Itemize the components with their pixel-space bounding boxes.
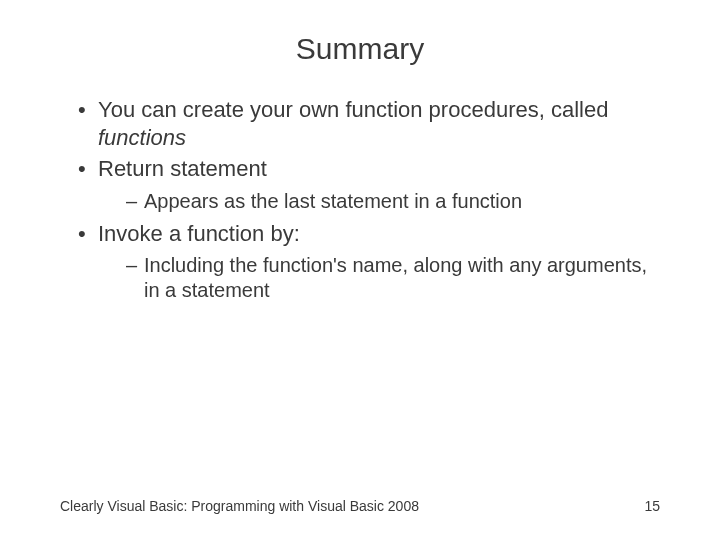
sub-bullet-list: Appears as the last statement in a funct… bbox=[98, 189, 660, 214]
bullet-text-emphasis: functions bbox=[98, 125, 186, 150]
bullet-text: Invoke a function by: bbox=[98, 221, 300, 246]
sub-bullet-list: Including the function's name, along wit… bbox=[98, 253, 660, 303]
bullet-text: You can create your own function procedu… bbox=[98, 97, 608, 122]
bullet-text: Including the function's name, along wit… bbox=[144, 254, 647, 301]
footer-source: Clearly Visual Basic: Programming with V… bbox=[60, 498, 419, 514]
list-item: You can create your own function procedu… bbox=[78, 96, 660, 151]
list-item: Invoke a function by: Including the func… bbox=[78, 220, 660, 304]
bullet-list: You can create your own function procedu… bbox=[60, 96, 660, 303]
list-item: Return statement Appears as the last sta… bbox=[78, 155, 660, 214]
bullet-text: Appears as the last statement in a funct… bbox=[144, 190, 522, 212]
slide-footer: Clearly Visual Basic: Programming with V… bbox=[60, 498, 660, 514]
list-item: Including the function's name, along wit… bbox=[126, 253, 660, 303]
slide-title: Summary bbox=[60, 32, 660, 66]
footer-page-number: 15 bbox=[644, 498, 660, 514]
list-item: Appears as the last statement in a funct… bbox=[126, 189, 660, 214]
slide: Summary You can create your own function… bbox=[0, 0, 720, 540]
bullet-text: Return statement bbox=[98, 156, 267, 181]
